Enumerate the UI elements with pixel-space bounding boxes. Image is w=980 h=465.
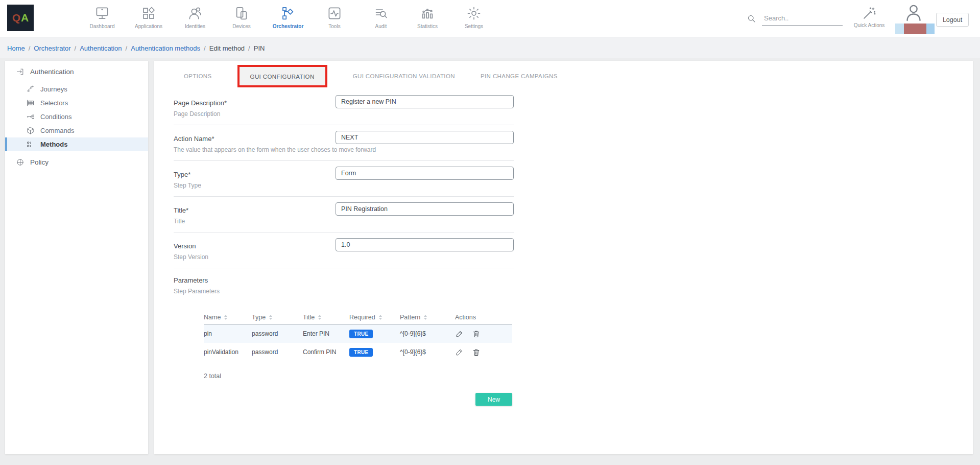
nav-item-tools[interactable]: Tools xyxy=(317,0,352,37)
selector-table-icon xyxy=(26,99,35,107)
edit-button[interactable] xyxy=(455,330,464,338)
field-title: Title* Title xyxy=(174,197,514,232)
sort-caret-icon xyxy=(424,315,427,320)
sidebar-sub-list: Journeys Selectors Conditions Commands M… xyxy=(5,82,148,151)
sidebar-item-authentication[interactable]: Authentication xyxy=(5,65,148,78)
field-label: Version xyxy=(174,242,196,250)
field-help: The value that appears on the form when … xyxy=(174,146,376,153)
nav-item-applications[interactable]: Applications xyxy=(131,0,166,37)
breadcrumb-pin: PIN xyxy=(254,44,265,52)
column-header-name[interactable]: Name xyxy=(204,314,252,321)
sidebar-item-label: Conditions xyxy=(40,113,71,121)
dashboard-monitor-icon xyxy=(94,6,110,21)
column-header-required[interactable]: Required xyxy=(349,314,400,321)
breadcrumb-home[interactable]: Home xyxy=(7,44,25,52)
nav-label: Statistics xyxy=(417,24,438,29)
required-badge: TRUE xyxy=(349,330,373,338)
new-parameter-button[interactable]: New xyxy=(475,393,512,406)
sort-caret-icon xyxy=(379,315,382,320)
avatar-image-strip xyxy=(895,24,935,34)
trash-icon xyxy=(472,348,481,357)
breadcrumb-edit-method: Edit method xyxy=(209,44,245,52)
page-description-input[interactable] xyxy=(336,95,514,108)
breadcrumb-separator: / xyxy=(248,44,250,52)
breadcrumb-authentication-methods[interactable]: Authentication methods xyxy=(131,44,200,52)
column-header-type[interactable]: Type xyxy=(252,314,303,321)
nav-label: Audit xyxy=(375,24,387,29)
tab-gui-configuration[interactable]: GUI CONFIGURATION xyxy=(250,74,315,80)
param-title-cell: Confirm PIN xyxy=(303,348,349,356)
search-area xyxy=(747,0,843,37)
sidebar-item-label: Commands xyxy=(40,127,74,134)
nav-label: Dashboard xyxy=(90,24,115,29)
user-avatar-icon[interactable] xyxy=(903,3,924,23)
field-label: Type* xyxy=(174,171,190,178)
nav-item-identities[interactable]: Identities xyxy=(178,0,212,37)
param-pattern-cell: ^[0-9]{6}$ xyxy=(400,348,455,356)
action-name-input[interactable] xyxy=(336,131,514,144)
field-help: Step Version xyxy=(174,253,208,261)
param-title-cell: Enter PIN xyxy=(303,330,349,337)
param-actions-cell xyxy=(455,348,512,357)
sidebar-item-selectors[interactable]: Selectors xyxy=(5,96,148,110)
param-name-cell: pin xyxy=(204,330,252,337)
delete-button[interactable] xyxy=(472,348,481,357)
nav-item-audit[interactable]: Audit xyxy=(364,0,398,37)
column-header-title[interactable]: Title xyxy=(303,314,349,321)
param-required-cell: TRUE xyxy=(349,348,400,357)
settings-gear-icon xyxy=(466,6,482,21)
edit-button[interactable] xyxy=(455,348,464,357)
tab-pin-change-campaigns[interactable]: PIN CHANGE CAMPAIGNS xyxy=(481,73,558,79)
param-type-cell: password xyxy=(252,348,303,356)
field-label: Action Name* xyxy=(174,135,214,143)
title-input[interactable] xyxy=(336,202,514,216)
param-actions-cell xyxy=(455,330,512,338)
sidebar-item-label: Journeys xyxy=(40,85,67,93)
devices-icon xyxy=(234,6,249,21)
sidebar-item-commands[interactable]: Commands xyxy=(5,124,148,137)
app-logo[interactable]: QA xyxy=(7,5,34,31)
annotation-highlight: GUI CONFIGURATION xyxy=(237,65,327,87)
quick-actions-button[interactable]: Quick Actions xyxy=(850,0,889,37)
sidebar-item-policy[interactable]: Policy xyxy=(5,155,148,169)
nav-item-dashboard[interactable]: Dashboard xyxy=(85,0,119,37)
field-label: Page Description* xyxy=(174,99,227,107)
breadcrumb-separator: / xyxy=(126,44,128,52)
breadcrumb: Home / Orchestrator / Authentication / A… xyxy=(7,37,265,59)
search-input[interactable] xyxy=(762,11,843,26)
sidebar-item-label: Selectors xyxy=(40,99,68,107)
tab-options[interactable]: OPTIONS xyxy=(184,73,212,79)
type-input[interactable] xyxy=(336,167,514,180)
sidebar-item-conditions[interactable]: Conditions xyxy=(5,110,148,124)
search-icon xyxy=(747,14,756,24)
nav-item-settings[interactable]: Settings xyxy=(457,0,491,37)
field-label: Title* xyxy=(174,206,188,214)
logout-button[interactable]: Logout xyxy=(936,13,969,27)
sidebar-item-methods[interactable]: Methods xyxy=(5,137,148,151)
nav-item-orchestrator[interactable]: Orchestrator xyxy=(271,0,305,37)
nav-label: Tools xyxy=(328,24,340,29)
quick-actions-label: Quick Actions xyxy=(854,22,885,28)
column-header-pattern[interactable]: Pattern xyxy=(400,314,455,321)
breadcrumb-separator: / xyxy=(75,44,77,52)
sidebar-item-journeys[interactable]: Journeys xyxy=(5,82,148,96)
param-pattern-cell: ^[0-9]{6}$ xyxy=(400,330,455,337)
delete-button[interactable] xyxy=(472,330,481,338)
sort-caret-icon xyxy=(318,315,321,320)
version-input[interactable] xyxy=(336,238,514,251)
trash-icon xyxy=(472,330,481,338)
column-header-actions: Actions xyxy=(455,314,512,321)
sort-caret-icon xyxy=(269,315,272,320)
tab-gui-configuration-validation[interactable]: GUI CONFIGURATION VALIDATION xyxy=(353,73,455,79)
nav-item-statistics[interactable]: Statistics xyxy=(410,0,445,37)
command-cube-icon xyxy=(26,126,35,135)
magic-wand-icon xyxy=(862,6,876,20)
method-form: Page Description* Page Description Actio… xyxy=(174,89,514,406)
breadcrumb-orchestrator[interactable]: Orchestrator xyxy=(34,44,70,52)
applications-grid-icon xyxy=(141,6,156,21)
nav-item-devices[interactable]: Devices xyxy=(224,0,259,37)
parameters-table: Name Type Title Required Pattern Actions… xyxy=(204,310,512,361)
param-required-cell: TRUE xyxy=(349,330,400,338)
tools-pulse-icon xyxy=(327,6,342,21)
breadcrumb-authentication[interactable]: Authentication xyxy=(80,44,122,52)
